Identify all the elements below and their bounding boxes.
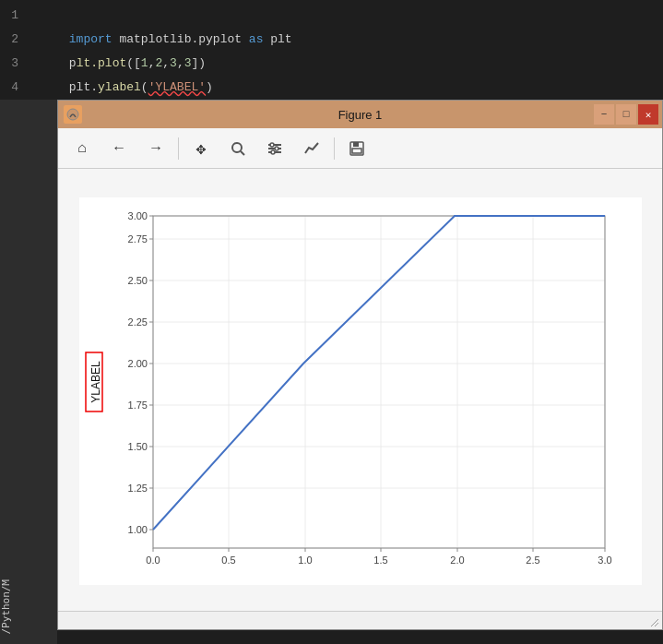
- figure-toolbar: ⌂ ← → ✥: [58, 128, 662, 169]
- code-editor: 1 import matplotlib.pyplot as plt 2 plt.…: [0, 0, 663, 100]
- y-tick-1-75: 1.75: [127, 400, 147, 411]
- forward-button[interactable]: →: [139, 134, 172, 163]
- maximize-button[interactable]: □: [616, 104, 636, 125]
- x-tick-1-0: 1.0: [298, 555, 312, 566]
- figure-window: Figure 1 − □ ✕ ⌂ ← → ✥: [57, 100, 663, 630]
- svg-line-2: [241, 151, 244, 155]
- zoom-button[interactable]: [221, 134, 255, 163]
- code-line-4: 4 plt.show(): [0, 76, 663, 100]
- configure-icon: [266, 140, 283, 157]
- line-number-4: 4: [0, 76, 26, 100]
- figure-title-bar: Figure 1 − □ ✕: [58, 101, 662, 128]
- y-tick-1-00: 1.00: [127, 524, 147, 535]
- svg-rect-11: [352, 149, 361, 153]
- y-tick-2-25: 2.25: [127, 316, 147, 328]
- zoom-icon: [230, 140, 246, 157]
- figure-title: Figure 1: [338, 108, 383, 122]
- line-number-2: 2: [0, 28, 26, 52]
- svg-line-44: [655, 623, 658, 626]
- configure-button[interactable]: [258, 134, 291, 163]
- svg-point-6: [270, 143, 274, 147]
- back-button[interactable]: ←: [102, 134, 136, 163]
- y-tick-2-50: 2.50: [127, 275, 147, 286]
- close-button[interactable]: ✕: [638, 104, 658, 125]
- status-bar: [58, 611, 662, 629]
- x-tick-2-5: 2.5: [526, 555, 539, 566]
- plot-container: 1.00 1.25 1.50 1.75 2.00 2.25 2.50 2.75 …: [58, 169, 662, 613]
- toolbar-separator-1: [178, 137, 179, 160]
- x-tick-0-5: 0.5: [221, 555, 235, 566]
- line-number-1: 1: [0, 4, 26, 28]
- toolbar-separator-2: [334, 137, 335, 160]
- sidebar-path: /Python/M: [0, 579, 16, 635]
- svg-point-7: [275, 147, 278, 150]
- y-tick-1-50: 1.50: [127, 441, 147, 452]
- code-line-2: 2 plt.plot([1,2,3,3]): [0, 28, 663, 52]
- home-button[interactable]: ⌂: [65, 134, 99, 163]
- ylabel-text: YLABEL: [89, 360, 102, 402]
- svg-rect-10: [353, 142, 359, 147]
- y-tick-2-00: 2.00: [127, 358, 147, 369]
- svg-point-1: [232, 143, 242, 152]
- x-tick-0-0: 0.0: [146, 555, 160, 566]
- save-button[interactable]: [340, 134, 373, 163]
- pan-button[interactable]: ✥: [184, 134, 218, 163]
- svg-rect-12: [153, 216, 605, 548]
- ylabel-group: YLABEL: [86, 352, 102, 411]
- left-sidebar: /Python/M: [0, 100, 57, 644]
- y-tick-2-75: 2.75: [127, 233, 147, 244]
- y-tick-3-00: 3.00: [127, 210, 147, 221]
- figure-icon: [64, 105, 82, 124]
- window-controls: − □ ✕: [594, 104, 658, 125]
- line-number-3: 3: [0, 52, 26, 76]
- minimize-button[interactable]: −: [594, 104, 614, 125]
- resize-handle-icon: [647, 615, 658, 626]
- svg-line-43: [651, 619, 658, 626]
- x-tick-2-0: 2.0: [450, 555, 464, 566]
- svg-point-8: [271, 150, 275, 154]
- edit-curves-button[interactable]: [295, 134, 328, 163]
- curves-icon: [303, 140, 320, 157]
- code-line-1: 1 import matplotlib.pyplot as plt: [0, 4, 663, 28]
- y-tick-1-25: 1.25: [127, 483, 147, 494]
- x-tick-3-0: 3.0: [598, 555, 611, 566]
- x-tick-1-5: 1.5: [373, 555, 387, 566]
- code-line-3: 3 plt.ylabel('YLABEL'): [0, 52, 663, 76]
- plot-svg: 1.00 1.25 1.50 1.75 2.00 2.25 2.50 2.75 …: [79, 197, 642, 585]
- save-icon: [349, 140, 365, 157]
